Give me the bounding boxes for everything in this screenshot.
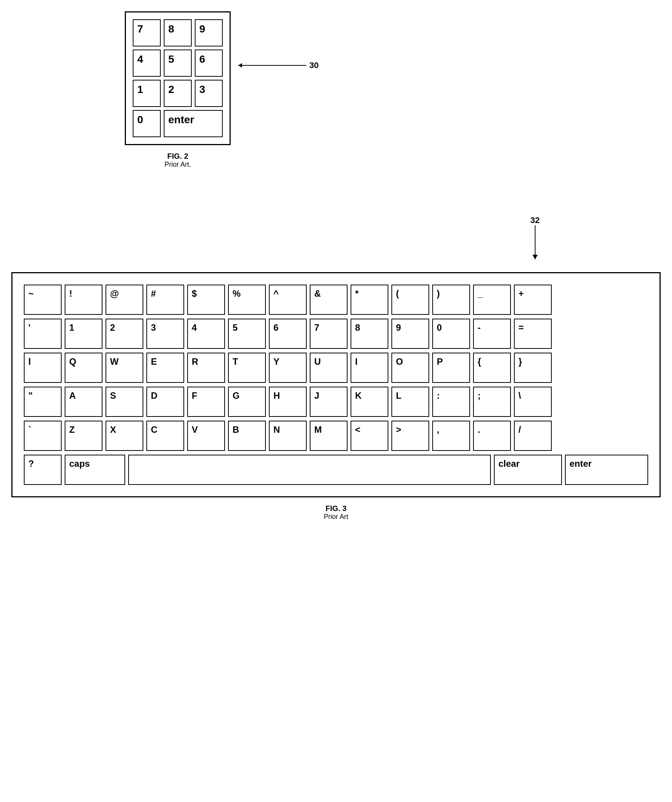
key-caret[interactable]: ^: [269, 285, 307, 315]
num-key-4[interactable]: 4: [133, 50, 161, 77]
key-m[interactable]: M: [310, 420, 348, 451]
key-dollar[interactable]: $: [187, 285, 225, 315]
key-caps[interactable]: caps: [65, 455, 125, 485]
key-k[interactable]: K: [351, 386, 389, 417]
key-4[interactable]: 4: [187, 319, 225, 349]
key-3[interactable]: 3: [146, 319, 184, 349]
key-a[interactable]: A: [65, 386, 102, 417]
key-space[interactable]: [128, 455, 491, 485]
key-rparen[interactable]: ): [432, 285, 470, 315]
key-r[interactable]: R: [187, 352, 225, 383]
key-minus[interactable]: -: [473, 319, 511, 349]
num-key-6[interactable]: 6: [195, 50, 223, 77]
key-s[interactable]: S: [105, 386, 143, 417]
key-lparen[interactable]: (: [392, 285, 429, 315]
key-gt[interactable]: >: [392, 420, 429, 451]
num-key-3[interactable]: 3: [195, 80, 223, 107]
key-dquote[interactable]: ": [24, 386, 62, 417]
key-5[interactable]: 5: [228, 319, 266, 349]
key-tilde[interactable]: ~: [24, 285, 62, 315]
key-comma[interactable]: ,: [432, 420, 470, 451]
key-h[interactable]: H: [269, 386, 307, 417]
fig2-sub: Prior Art.: [165, 161, 191, 168]
num-key-2[interactable]: 2: [164, 80, 192, 107]
key-percent[interactable]: %: [228, 285, 266, 315]
fig3-title: FIG. 3: [11, 504, 661, 513]
numpad-section: 30 7 8 9 4 5 6 1 2 3 0 enter: [125, 11, 231, 168]
key-hash[interactable]: #: [146, 285, 184, 315]
key-d[interactable]: D: [146, 386, 184, 417]
key-question[interactable]: ?: [24, 455, 62, 485]
key-8[interactable]: 8: [351, 319, 389, 349]
label-32: 32: [531, 215, 540, 225]
key-7[interactable]: 7: [310, 319, 348, 349]
key-semicolon[interactable]: ;: [473, 386, 511, 417]
key-colon[interactable]: :: [432, 386, 470, 417]
key-g[interactable]: G: [228, 386, 266, 417]
key-p[interactable]: P: [432, 352, 470, 383]
key-lbrace[interactable]: {: [473, 352, 511, 383]
num-key-1[interactable]: 1: [133, 80, 161, 107]
key-0[interactable]: 0: [432, 319, 470, 349]
key-backslash[interactable]: \: [514, 386, 552, 417]
key-c[interactable]: C: [146, 420, 184, 451]
key-v[interactable]: V: [187, 420, 225, 451]
key-slash[interactable]: /: [514, 420, 552, 451]
key-asterisk[interactable]: *: [351, 285, 389, 315]
key-6[interactable]: 6: [269, 319, 307, 349]
key-rbrace[interactable]: }: [514, 352, 552, 383]
key-i[interactable]: I: [351, 352, 389, 383]
key-period[interactable]: .: [473, 420, 511, 451]
key-b[interactable]: B: [228, 420, 266, 451]
key-at[interactable]: @: [105, 285, 143, 315]
num-key-enter[interactable]: enter: [164, 110, 223, 137]
key-apostrophe[interactable]: ': [24, 319, 62, 349]
key-l-special[interactable]: l: [24, 352, 62, 383]
arrow-32-container: 32: [521, 215, 540, 259]
kb-row-6: ? caps clear enter: [24, 455, 648, 485]
key-l[interactable]: L: [392, 386, 429, 417]
key-equals[interactable]: =: [514, 319, 552, 349]
fig2-title: FIG. 2: [165, 152, 191, 161]
key-plus[interactable]: +: [514, 285, 552, 315]
numpad-outer: 7 8 9 4 5 6 1 2 3 0 enter: [125, 11, 231, 145]
key-clear[interactable]: clear: [494, 455, 562, 485]
num-key-5[interactable]: 5: [164, 50, 192, 77]
key-j[interactable]: J: [310, 386, 348, 417]
num-key-9[interactable]: 9: [195, 19, 223, 47]
key-underscore[interactable]: _: [473, 285, 511, 315]
key-lt[interactable]: <: [351, 420, 389, 451]
key-enter[interactable]: enter: [565, 455, 648, 485]
keyboard-rows: ~ ! @ # $ % ^ & * ( ) _ + ' 1: [24, 285, 648, 485]
key-u[interactable]: U: [310, 352, 348, 383]
key-q[interactable]: Q: [65, 352, 102, 383]
key-backtick[interactable]: `: [24, 420, 62, 451]
arrow-32-line: [535, 225, 536, 259]
keyboard-outer: ~ ! @ # $ % ^ & * ( ) _ + ' 1: [11, 272, 661, 497]
fig2-caption: FIG. 2 Prior Art.: [165, 152, 191, 168]
num-key-7[interactable]: 7: [133, 19, 161, 47]
key-x[interactable]: X: [105, 420, 143, 451]
key-1[interactable]: 1: [65, 319, 102, 349]
key-y[interactable]: Y: [269, 352, 307, 383]
key-o[interactable]: O: [392, 352, 429, 383]
kb-row-5: ` Z X C V B N M < > , . /: [24, 420, 648, 451]
kb-row-2: ' 1 2 3 4 5 6 7 8 9 0 - =: [24, 319, 648, 349]
fig3-caption: FIG. 3 Prior Art: [11, 504, 661, 521]
key-ampersand[interactable]: &: [310, 285, 348, 315]
key-e[interactable]: E: [146, 352, 184, 383]
kb-row-4: " A S D F G H J K L : ; \: [24, 386, 648, 417]
key-2[interactable]: 2: [105, 319, 143, 349]
arrow-30-annotation: 30: [238, 60, 318, 70]
numpad-grid: 7 8 9 4 5 6 1 2 3 0 enter: [133, 19, 223, 137]
num-key-0[interactable]: 0: [133, 110, 161, 137]
key-t[interactable]: T: [228, 352, 266, 383]
key-9[interactable]: 9: [392, 319, 429, 349]
num-key-8[interactable]: 8: [164, 19, 192, 47]
key-n[interactable]: N: [269, 420, 307, 451]
key-exclaim[interactable]: !: [65, 285, 102, 315]
key-z[interactable]: Z: [65, 420, 102, 451]
key-w[interactable]: W: [105, 352, 143, 383]
key-f[interactable]: F: [187, 386, 225, 417]
kb-row-1: ~ ! @ # $ % ^ & * ( ) _ +: [24, 285, 648, 315]
